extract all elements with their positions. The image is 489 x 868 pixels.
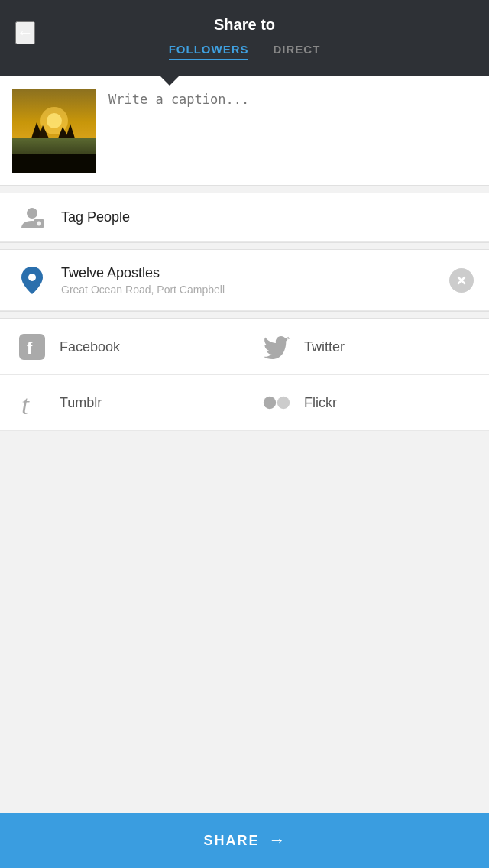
flickr-label: Flickr (304, 395, 337, 411)
empty-space (0, 431, 489, 599)
twitter-share-cell[interactable]: Twitter (244, 319, 489, 375)
share-button[interactable]: SHARE → (0, 813, 489, 868)
back-button[interactable]: ← (15, 21, 35, 44)
tumblr-label: Tumblr (60, 395, 102, 411)
tag-people-label: Tag People (61, 209, 130, 225)
share-button-label: SHARE (203, 833, 259, 849)
flickr-share-cell[interactable]: Flickr (244, 375, 489, 431)
social-sharing-grid: f Facebook Twitter t (0, 319, 489, 431)
tab-bar: FOLLOWERS DIRECT (169, 43, 321, 60)
header: ← Share to FOLLOWERS DIRECT (0, 0, 489, 76)
facebook-share-cell[interactable]: f Facebook (0, 319, 244, 375)
svg-text:t: t (21, 390, 30, 417)
svg-point-2 (47, 113, 62, 128)
caption-area (0, 76, 489, 186)
location-info: Twelve Apostles Great Ocean Road, Port C… (61, 265, 449, 296)
share-arrow-icon: → (269, 831, 286, 850)
tag-people-row[interactable]: Tag People (0, 193, 489, 242)
section-divider-3 (0, 311, 489, 319)
svg-point-11 (37, 221, 41, 225)
svg-point-19 (277, 397, 290, 409)
svg-point-9 (27, 208, 37, 219)
caption-input[interactable] (108, 89, 477, 153)
flickr-icon (263, 389, 290, 416)
svg-point-18 (264, 397, 276, 409)
tag-people-icon (15, 201, 49, 235)
facebook-label: Facebook (60, 339, 120, 355)
tumblr-share-cell[interactable]: t Tumblr (0, 375, 244, 431)
location-icon (15, 264, 49, 297)
photo-thumbnail (12, 89, 96, 173)
tumblr-icon: t (18, 389, 46, 416)
location-subtitle: Great Ocean Road, Port Campbell (61, 283, 449, 296)
location-name: Twelve Apostles (61, 265, 449, 281)
facebook-icon: f (18, 333, 46, 361)
tab-direct[interactable]: DIRECT (273, 43, 320, 60)
svg-rect-8 (12, 154, 96, 173)
svg-text:f: f (27, 338, 33, 358)
twitter-icon (263, 333, 290, 361)
section-divider-2 (0, 242, 489, 250)
page-title: Share to (214, 16, 275, 34)
section-divider-1 (0, 186, 489, 193)
tab-followers[interactable]: FOLLOWERS (169, 43, 249, 60)
svg-point-12 (28, 274, 36, 281)
location-clear-button[interactable] (449, 268, 474, 293)
twitter-label: Twitter (304, 339, 345, 355)
location-row[interactable]: Twelve Apostles Great Ocean Road, Port C… (0, 250, 489, 311)
